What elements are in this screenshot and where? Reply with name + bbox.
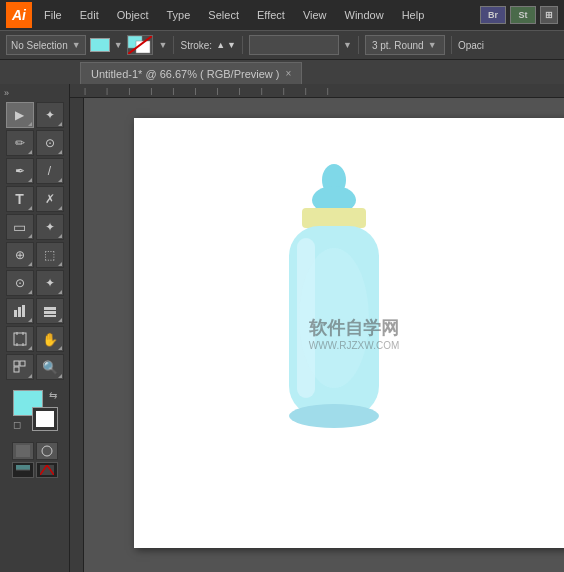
canvas-area: | | | | | | | | | | | | — [70, 84, 564, 572]
line-tool[interactable]: / — [36, 158, 64, 184]
pen-tool[interactable]: ✏ — [6, 130, 34, 156]
menu-type[interactable]: Type — [159, 7, 199, 23]
svg-rect-6 — [44, 307, 56, 310]
selection-dropdown[interactable]: No Selection ▼ — [6, 35, 86, 55]
print-tiling-tool[interactable] — [6, 354, 34, 380]
swap-colors-icon[interactable]: ⇆ — [49, 390, 57, 401]
menu-select[interactable]: Select — [200, 7, 247, 23]
horizontal-ruler: | | | | | | | | | | | | — [70, 84, 564, 98]
baby-bottle-svg — [234, 158, 434, 478]
stock-badge[interactable]: St — [510, 6, 536, 24]
grid-badge[interactable]: ⊞ — [540, 6, 558, 24]
menu-file[interactable]: File — [36, 7, 70, 23]
draw-behind-button[interactable] — [36, 442, 58, 460]
tool-row-8 — [2, 298, 67, 324]
eraser-tool[interactable]: ✗ — [36, 186, 64, 212]
svg-rect-20 — [16, 465, 30, 470]
artboard-tool[interactable] — [6, 326, 34, 352]
tool-row-3: ✒ / — [2, 158, 67, 184]
opacity-label: Opaci — [458, 40, 484, 51]
bottle-illustration — [234, 158, 434, 478]
stroke-label: Stroke: — [180, 40, 212, 51]
normal-mode-button[interactable] — [12, 442, 34, 460]
fill-arrow-icon: ▼ — [114, 40, 123, 50]
shape-builder-tool[interactable]: ✦ — [36, 214, 64, 240]
view-mode-row — [2, 462, 67, 478]
title-bar: Ai File Edit Object Type Select Effect V… — [0, 0, 564, 30]
pencil-tool[interactable]: ✒ — [6, 158, 34, 184]
symbol-tool[interactable]: ✦ — [36, 270, 64, 296]
brush-selector[interactable]: 3 pt. Round ▼ — [365, 35, 445, 55]
stroke-size-control[interactable]: ▲ ▼ — [216, 40, 236, 50]
stroke-style-area — [249, 35, 339, 55]
warp-tool[interactable]: ⊙ — [6, 270, 34, 296]
stroke-indicator[interactable] — [127, 35, 153, 55]
menu-effect[interactable]: Effect — [249, 7, 293, 23]
selection-tool[interactable]: ▶ — [6, 102, 34, 128]
color-section: ⇆ ◻ — [2, 386, 67, 440]
vertical-ruler — [70, 98, 84, 572]
stroke-style-arrow-icon: ▼ — [343, 40, 352, 50]
column-graph-tool[interactable] — [36, 298, 64, 324]
menu-view[interactable]: View — [295, 7, 335, 23]
svg-rect-16 — [14, 367, 19, 372]
type-tool[interactable]: T — [6, 186, 34, 212]
tool-row-7: ⊙ ✦ — [2, 270, 67, 296]
tool-row-5: ▭ ✦ — [2, 214, 67, 240]
rectangle-tool[interactable]: ▭ — [6, 214, 34, 240]
svg-rect-9 — [14, 333, 26, 345]
toolbar-separator-4 — [451, 36, 452, 54]
graph-tool[interactable] — [6, 298, 34, 324]
tool-row-9: ✋ — [2, 326, 67, 352]
tab-bar: Untitled-1* @ 66.67% ( RGB/Preview ) × — [0, 60, 564, 84]
svg-rect-14 — [14, 361, 19, 366]
tool-row-2: ✏ ⊙ — [2, 130, 67, 156]
tool-row-1: ▶ ✦ — [2, 102, 67, 128]
svg-rect-5 — [22, 305, 25, 317]
rotate-tool[interactable]: ⊕ — [6, 242, 34, 268]
lasso-tool[interactable]: ⊙ — [36, 130, 64, 156]
canvas-content: 软件自学网 WWW.RJZXW.COM — [84, 98, 564, 572]
tab-close-button[interactable]: × — [286, 68, 292, 79]
ruler-marks-h: | | | | | | | | | | | | — [84, 86, 349, 95]
view-mode-2-button[interactable] — [36, 462, 58, 478]
menu-object[interactable]: Object — [109, 7, 157, 23]
svg-rect-8 — [44, 315, 56, 317]
toolbar-expand: » — [2, 88, 67, 100]
document-tab[interactable]: Untitled-1* @ 66.67% ( RGB/Preview ) × — [80, 62, 302, 84]
expand-icon[interactable]: » — [4, 88, 9, 98]
magic-wand-tool[interactable]: ✦ — [36, 102, 64, 128]
svg-point-18 — [42, 446, 52, 456]
color-boxes: ⇆ ◻ — [13, 390, 57, 430]
dropdown-arrow-icon: ▼ — [72, 40, 81, 50]
fill-color-swatch[interactable] — [90, 38, 110, 52]
menu-edit[interactable]: Edit — [72, 7, 107, 23]
menu-window[interactable]: Window — [337, 7, 392, 23]
svg-point-31 — [299, 248, 369, 388]
menu-bar: File Edit Object Type Select Effect View… — [36, 7, 476, 23]
svg-rect-3 — [14, 310, 17, 317]
svg-rect-4 — [18, 307, 21, 317]
tool-row-4: T ✗ — [2, 186, 67, 212]
tool-row-6: ⊕ ⬚ — [2, 242, 67, 268]
zoom-tool[interactable]: 🔍 — [36, 354, 64, 380]
toolbar-separator-3 — [358, 36, 359, 54]
tab-title: Untitled-1* @ 66.67% ( RGB/Preview ) — [91, 68, 280, 80]
stroke-up-icon[interactable]: ▲ — [216, 40, 225, 50]
hand-tool[interactable]: ✋ — [36, 326, 64, 352]
main-area: » ▶ ✦ ✏ ⊙ ✒ / T ✗ ▭ ✦ ⊕ ⬚ ⊙ ✦ — [0, 84, 564, 572]
toolbar-separator-2 — [242, 36, 243, 54]
svg-point-30 — [289, 404, 379, 428]
svg-rect-27 — [302, 208, 366, 228]
brush-arrow-icon: ▼ — [428, 40, 437, 50]
tool-row-10: 🔍 — [2, 354, 67, 380]
menu-help[interactable]: Help — [394, 7, 433, 23]
transform-tool[interactable]: ⬚ — [36, 242, 64, 268]
artboard: 软件自学网 WWW.RJZXW.COM — [134, 118, 564, 548]
stroke-down-icon[interactable]: ▼ — [227, 40, 236, 50]
title-bar-right: Br St ⊞ — [480, 6, 558, 24]
svg-rect-17 — [16, 445, 30, 457]
screen-mode-button[interactable] — [12, 462, 34, 478]
svg-rect-15 — [20, 361, 25, 366]
bridge-badge[interactable]: Br — [480, 6, 506, 24]
